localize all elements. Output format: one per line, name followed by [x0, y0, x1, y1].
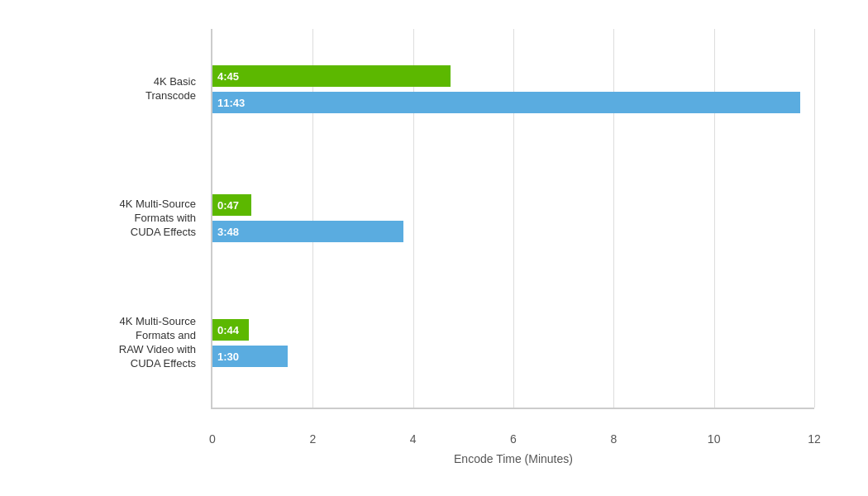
bar-value-label: 0:44	[217, 324, 239, 336]
x-axis-tick-label: 0	[209, 432, 216, 446]
bar-group: 4:4511:43	[212, 60, 814, 119]
bar-value-label: 3:48	[217, 226, 239, 238]
bar-row: 3:48	[212, 220, 814, 243]
green-bar: 0:44	[212, 319, 249, 341]
x-axis-tick-label: 12	[808, 432, 821, 446]
y-axis-label: 4K Multi-SourceFormats andRAW Video with…	[119, 315, 196, 371]
blue-bar: 1:30	[212, 346, 288, 367]
bar-group: 0:441:30	[212, 313, 814, 373]
bar-value-label: 0:47	[217, 199, 239, 212]
bar-value-label: 11:43	[217, 97, 245, 109]
x-axis-tick-label: 10	[708, 432, 721, 446]
bar-value-label: 4:45	[217, 70, 239, 83]
bar-value-label: 1:30	[217, 351, 239, 363]
x-axis-tick-label: 6	[510, 432, 517, 446]
blue-bar: 3:48	[212, 221, 403, 242]
bar-group: 0:473:48	[212, 188, 814, 248]
x-axis-title: Encode Time (Minutes)	[212, 452, 814, 465]
bar-row: 1:30	[212, 345, 814, 368]
bar-row: 4:45	[212, 64, 814, 88]
bar-row: 11:43	[212, 91, 814, 114]
x-axis-tick-label: 2	[309, 432, 316, 446]
green-bar: 0:47	[212, 194, 251, 216]
y-axis-label: 4K Multi-SourceFormats withCUDA Effects	[120, 198, 196, 240]
y-axis-label: 4K BasicTranscode	[145, 75, 196, 103]
bar-groups: 4:4511:430:473:480:441:30	[212, 29, 814, 408]
bar-row: 0:44	[212, 318, 814, 341]
x-axis-tick-label: 4	[410, 432, 417, 446]
x-axis-tick-label: 8	[610, 432, 617, 446]
green-bar: 4:45	[212, 65, 451, 87]
chart-container: 024681012 4:4511:430:473:480:441:30 4K B…	[21, 12, 847, 484]
grid-line	[814, 29, 815, 408]
bar-row: 0:47	[212, 193, 814, 217]
chart-area: 024681012 4:4511:430:473:480:441:30 4K B…	[211, 29, 814, 409]
y-labels: 4K BasicTranscode4K Multi-SourceFormats …	[22, 29, 204, 408]
blue-bar: 11:43	[212, 92, 800, 113]
